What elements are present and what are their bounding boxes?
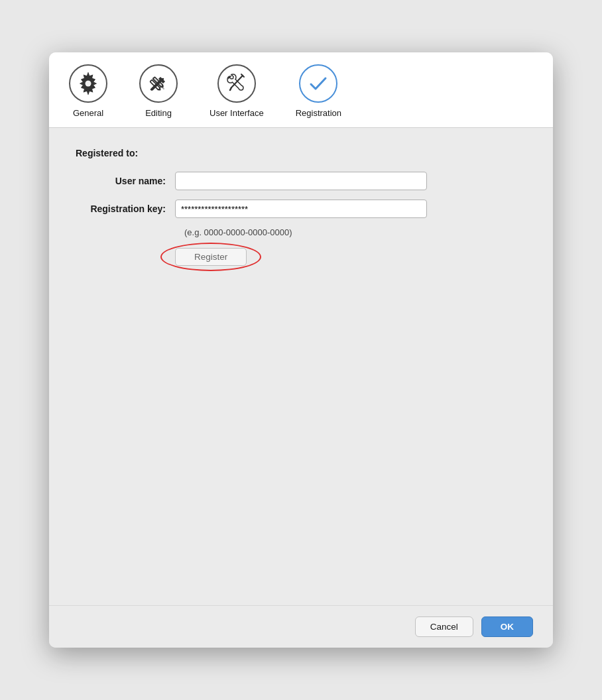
toolbar: General [49,52,553,128]
content-area: Registered to: User name: Registration k… [49,128,553,605]
username-row: User name: [76,172,526,190]
tab-registration-label: Registration [296,108,341,118]
registration-icon-circle [299,64,337,103]
preferences-dialog: General [49,52,553,648]
tab-editing-label: Editing [145,108,172,118]
gear-icon [77,72,99,95]
tab-user-interface-label: User Interface [210,108,264,118]
user-interface-icon-circle [217,64,256,103]
dialog-footer: Cancel OK [49,605,553,648]
svg-line-13 [230,88,231,90]
registered-to-label: Registered to: [76,148,526,158]
username-field-label: User name: [76,176,175,186]
regkey-field-label: Registration key: [76,204,175,214]
regkey-row: Registration key: [76,200,526,218]
register-button-wrapper: Register [175,248,526,266]
checkmark-icon [307,72,330,95]
ok-button[interactable]: OK [481,616,533,637]
register-oval-highlight: Register [175,248,247,266]
tab-general-label: General [73,108,103,118]
pencil-icon [147,72,170,95]
tab-editing[interactable]: Editing [139,64,178,118]
tab-registration[interactable]: Registration [296,64,341,118]
wrench-screwdriver-icon [225,72,248,95]
general-icon-circle [69,64,107,103]
svg-point-1 [86,81,91,87]
tab-general[interactable]: General [69,64,107,118]
tab-user-interface[interactable]: User Interface [210,64,264,118]
username-input[interactable] [175,172,427,190]
regkey-input[interactable] [175,200,427,218]
hint-text: (e.g. 0000-0000-0000-0000) [184,227,526,237]
register-button[interactable]: Register [175,248,247,266]
editing-icon-circle [139,64,178,103]
cancel-button[interactable]: Cancel [415,616,473,637]
